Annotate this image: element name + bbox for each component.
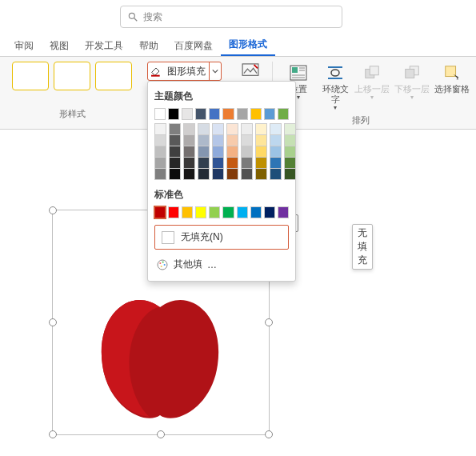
color-swatch[interactable] <box>241 135 253 146</box>
shape-fill-dropdown: 主题颜色 标准色 无填充(N) 其他填 … 无填充 <box>147 81 296 282</box>
send-backward-button[interactable]: 下移一层 ▾ <box>394 62 430 101</box>
selection-pane-icon <box>443 62 461 84</box>
no-fill-option[interactable]: 无填充(N) <box>154 225 289 250</box>
color-swatch[interactable] <box>255 123 267 135</box>
color-swatch[interactable] <box>284 146 296 158</box>
color-swatch[interactable] <box>195 206 206 218</box>
color-swatch[interactable] <box>183 146 195 158</box>
color-swatch[interactable] <box>264 206 275 218</box>
color-swatch[interactable] <box>226 158 238 169</box>
color-swatch[interactable] <box>169 123 181 135</box>
color-swatch[interactable] <box>255 146 267 158</box>
color-swatch[interactable] <box>212 123 224 135</box>
color-swatch[interactable] <box>270 158 282 169</box>
color-swatch[interactable] <box>182 206 193 218</box>
resize-handle[interactable] <box>49 206 57 214</box>
resize-handle[interactable] <box>265 318 273 326</box>
color-swatch[interactable] <box>284 169 296 180</box>
color-swatch[interactable] <box>183 135 195 146</box>
color-swatch[interactable] <box>255 158 267 169</box>
resize-handle[interactable] <box>49 318 57 326</box>
color-swatch[interactable] <box>284 158 296 169</box>
color-swatch[interactable] <box>226 123 238 135</box>
color-swatch[interactable] <box>154 158 166 169</box>
color-swatch[interactable] <box>169 135 181 146</box>
color-swatch[interactable] <box>250 108 262 120</box>
tab-dev[interactable]: 开发工具 <box>77 36 131 56</box>
tab-view[interactable]: 视图 <box>42 36 77 56</box>
color-swatch[interactable] <box>222 206 234 218</box>
tab-review[interactable]: 审阅 <box>6 36 42 56</box>
color-swatch[interactable] <box>198 123 210 135</box>
more-fill-colors[interactable]: 其他填 … <box>154 254 289 274</box>
edit-picture-button[interactable] <box>240 62 261 79</box>
shape-fill-dropdown-arrow[interactable] <box>209 62 221 80</box>
color-swatch[interactable] <box>264 108 275 120</box>
style-preset[interactable] <box>95 62 132 90</box>
color-swatch[interactable] <box>169 169 181 180</box>
tab-baidu[interactable]: 百度网盘 <box>166 36 221 56</box>
style-preset[interactable] <box>54 62 90 90</box>
color-swatch[interactable] <box>250 206 262 218</box>
color-swatch[interactable] <box>212 169 224 180</box>
color-swatch[interactable] <box>284 135 296 146</box>
resize-handle[interactable] <box>265 430 273 438</box>
color-swatch[interactable] <box>278 108 289 120</box>
color-swatch[interactable] <box>241 169 253 180</box>
color-swatch[interactable] <box>270 135 282 146</box>
color-swatch[interactable] <box>241 146 253 158</box>
color-swatch[interactable] <box>154 206 166 218</box>
color-swatch[interactable] <box>226 146 238 158</box>
color-swatch[interactable] <box>154 135 166 146</box>
resize-handle[interactable] <box>157 430 165 438</box>
color-swatch[interactable] <box>255 135 267 146</box>
color-swatch[interactable] <box>226 169 238 180</box>
color-swatch[interactable] <box>195 108 206 120</box>
color-swatch[interactable] <box>255 169 267 180</box>
color-swatch[interactable] <box>169 158 181 169</box>
color-swatch[interactable] <box>278 206 289 218</box>
shape-fill-button[interactable]: 图形填充 <box>147 62 222 81</box>
color-swatch[interactable] <box>168 108 179 120</box>
color-swatch[interactable] <box>241 123 253 135</box>
color-swatch[interactable] <box>270 146 282 158</box>
color-swatch[interactable] <box>284 123 296 135</box>
tab-shape-format[interactable]: 图形格式 <box>221 34 275 56</box>
bring-forward-button[interactable]: 上移一层 ▾ <box>354 62 390 101</box>
search-placeholder: 搜索 <box>143 10 162 24</box>
color-swatch[interactable] <box>270 123 282 135</box>
color-swatch[interactable] <box>169 146 181 158</box>
color-swatch[interactable] <box>198 158 210 169</box>
color-swatch[interactable] <box>182 108 193 120</box>
bring-forward-icon <box>363 62 381 84</box>
search-input[interactable]: 搜索 <box>120 6 342 28</box>
color-swatch[interactable] <box>183 158 195 169</box>
tab-help[interactable]: 帮助 <box>131 36 166 56</box>
color-swatch[interactable] <box>154 169 166 180</box>
style-preset[interactable] <box>12 62 49 90</box>
color-swatch[interactable] <box>226 135 238 146</box>
color-swatch[interactable] <box>198 135 210 146</box>
color-swatch[interactable] <box>154 123 166 135</box>
color-swatch[interactable] <box>241 158 253 169</box>
color-swatch[interactable] <box>168 206 179 218</box>
color-swatch[interactable] <box>198 169 210 180</box>
color-swatch[interactable] <box>154 146 166 158</box>
color-swatch[interactable] <box>237 206 248 218</box>
color-swatch[interactable] <box>198 146 210 158</box>
apple-shape[interactable] <box>88 286 232 430</box>
wrap-text-button[interactable]: 环绕文 字 ▾ <box>317 62 354 111</box>
resize-handle[interactable] <box>49 430 57 438</box>
color-swatch[interactable] <box>212 146 224 158</box>
color-swatch[interactable] <box>209 108 220 120</box>
color-swatch[interactable] <box>212 158 224 169</box>
color-swatch[interactable] <box>183 169 195 180</box>
color-swatch[interactable] <box>222 108 234 120</box>
color-swatch[interactable] <box>183 123 195 135</box>
color-swatch[interactable] <box>270 169 282 180</box>
color-swatch[interactable] <box>212 135 224 146</box>
selection-pane-button[interactable]: 选择窗格 <box>434 62 470 94</box>
color-swatch[interactable] <box>154 108 166 120</box>
color-swatch[interactable] <box>237 108 248 120</box>
color-swatch[interactable] <box>209 206 220 218</box>
